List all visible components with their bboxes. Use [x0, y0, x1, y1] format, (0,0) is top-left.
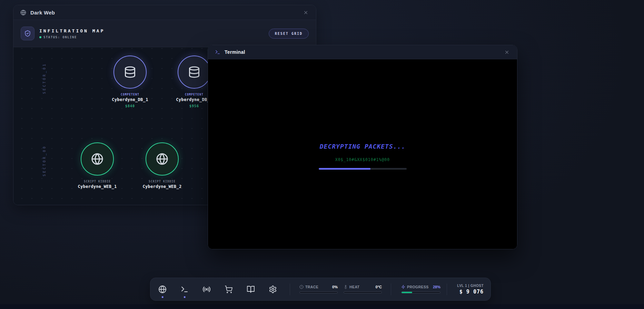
- online-status-dot: [39, 36, 41, 38]
- globe-icon: [81, 142, 114, 176]
- terminal-body: DECRYPTING PACKETS... X0$_10#&XX$010#1%@…: [208, 59, 517, 249]
- progress-stat: PROGRESS 28%: [401, 285, 440, 293]
- node-cyberdyne-web-1[interactable]: SCRIPT KIDDIE Cyberdyne_WEB_1: [71, 142, 123, 189]
- globe-icon: [146, 142, 179, 176]
- node-name: Cyberdyne_WEB_1: [71, 184, 123, 189]
- active-app-dot: [162, 296, 164, 298]
- globe-icon: [158, 285, 167, 293]
- node-tier: SCRIPT KIDDIE: [71, 180, 123, 183]
- level-text: LVL 1 | GHOST: [457, 284, 484, 288]
- database-icon: [113, 56, 147, 89]
- thermometer-icon: [344, 285, 348, 289]
- status-text: STATUS: ONLINE: [43, 36, 77, 39]
- taskbar-cart-button[interactable]: [225, 285, 233, 293]
- node-tier: SCRIPT KIDDIE: [136, 180, 188, 183]
- taskbar-radio-button[interactable]: [202, 285, 211, 293]
- reset-grid-button[interactable]: RESET GRID: [269, 29, 309, 39]
- progress-bar-fill: [402, 292, 412, 293]
- scramble-text: X0$_10#&XX$010#1%@00: [335, 157, 390, 162]
- heat-label: HEAT: [349, 285, 359, 289]
- close-icon: [303, 10, 308, 15]
- node-tier: COMPETENT: [104, 93, 156, 96]
- gear-icon: [269, 285, 277, 293]
- zap-icon: [401, 285, 405, 289]
- taskbar-terminal-button[interactable]: [180, 285, 189, 293]
- money-value: $ 9 076: [457, 289, 484, 295]
- shopping-cart-icon: [225, 285, 233, 293]
- decrypt-status-text: DECRYPTING PACKETS...: [320, 143, 406, 150]
- heat-value: 0°C: [376, 285, 382, 289]
- radio-icon: [202, 285, 211, 293]
- taskbar-divider: [447, 283, 447, 295]
- progress-label: PROGRESS: [407, 285, 429, 289]
- taskbar-globe-button[interactable]: [158, 285, 167, 293]
- shield-check-icon: [21, 27, 34, 40]
- status-row: STATUS: ONLINE: [39, 36, 105, 39]
- database-icon: [178, 56, 211, 89]
- progress-value: 28%: [433, 285, 440, 289]
- terminal-titlebar[interactable]: Terminal: [208, 45, 517, 59]
- decrypt-progress-fill: [319, 168, 370, 170]
- taskbar-apps: [150, 285, 277, 293]
- trace-label: TRACE: [305, 285, 318, 289]
- trace-bar: [299, 291, 338, 293]
- darkweb-window-title: Dark Web: [30, 10, 55, 16]
- taskbar-book-button[interactable]: [247, 285, 255, 293]
- sector-label-01: SECTOR_01: [42, 63, 46, 94]
- node-price: $840: [104, 104, 156, 108]
- bottom-edge-strip: [0, 304, 644, 309]
- terminal-window: Terminal DECRYPTING PACKETS... X0$_10#&X…: [208, 45, 517, 249]
- terminal-prompt-icon: [215, 49, 220, 55]
- taskbar: TRACE 0% HEAT 0°C PROGRESS 28% LVL: [150, 278, 491, 301]
- terminal-window-title: Terminal: [225, 49, 245, 55]
- active-app-dot: [184, 296, 186, 298]
- node-name: Cyberdyne_DB_1: [104, 97, 156, 102]
- taskbar-divider: [290, 283, 290, 295]
- progress-bar: [401, 291, 440, 293]
- infiltration-map-header: INFILTRATION MAP STATUS: ONLINE RESET GR…: [13, 20, 316, 47]
- terminal-icon: [180, 285, 189, 293]
- taskbar-settings-button[interactable]: [269, 285, 277, 293]
- decrypt-progress-bar: [319, 168, 407, 170]
- node-cyberdyne-db-1[interactable]: COMPETENT Cyberdyne_DB_1 $840: [104, 56, 156, 108]
- trace-stat: TRACE 0%: [299, 285, 338, 293]
- book-open-icon: [247, 285, 255, 293]
- heat-bar: [344, 291, 382, 293]
- terminal-close-button[interactable]: [503, 49, 510, 56]
- panel-title: INFILTRATION MAP: [39, 28, 105, 33]
- node-cyberdyne-web-2[interactable]: SCRIPT KIDDIE Cyberdyne_WEB_2: [136, 142, 188, 189]
- trace-value: 0%: [332, 285, 338, 289]
- heat-stat: HEAT 0°C: [344, 285, 382, 293]
- node-name: Cyberdyne_WEB_2: [136, 184, 188, 189]
- taskbar-divider: [391, 283, 391, 295]
- close-icon: [504, 50, 509, 55]
- globe-icon: [20, 10, 26, 16]
- sector-label-00: SECTOR_00: [42, 145, 46, 176]
- alert-circle-icon: [299, 285, 304, 289]
- darkweb-close-button[interactable]: [302, 9, 309, 16]
- player-status-block: LVL 1 | GHOST $ 9 076: [457, 284, 484, 295]
- darkweb-titlebar[interactable]: Dark Web: [13, 5, 316, 20]
